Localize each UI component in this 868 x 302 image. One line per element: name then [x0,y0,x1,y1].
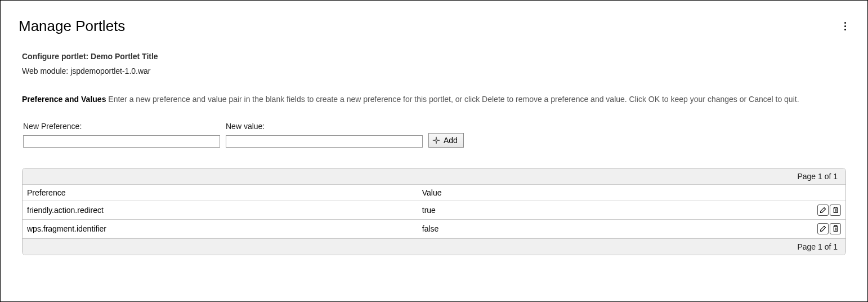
pref-cell: wps.fragment.identifier [23,219,418,238]
new-preference-form: New Preference: New value: Add [22,122,846,148]
trash-icon [832,225,839,232]
panel-content: Configure portlet: Demo Portlet Title We… [19,52,849,255]
pref-cell: friendly.action.redirect [23,201,418,219]
delete-button[interactable] [830,223,841,234]
value-cell: false [418,219,806,238]
configure-portlet-heading: Configure portlet: Demo Portlet Title [22,52,846,61]
value-cell: true [418,201,806,219]
table-row: friendly.action.redirecttrue [23,201,845,219]
pager-top: Page 1 of 1 [23,168,845,185]
page-title: Manage Portlets [19,17,125,35]
pencil-icon [820,225,827,232]
trash-icon [832,206,839,214]
web-module-prefix: Web module: [22,66,70,76]
add-button-label: Add [444,136,458,145]
actions-cell [806,219,845,238]
pencil-icon [820,206,827,214]
delete-button[interactable] [830,205,841,216]
web-module-value: jspdemoportlet-1.0.war [70,66,150,76]
new-value-field: New value: [226,122,423,148]
edit-button[interactable] [817,205,829,216]
edit-button[interactable] [817,223,829,234]
col-header-actions [806,185,845,201]
configure-portlet-title: Demo Portlet Title [91,52,158,61]
table-row: wps.fragment.identifierfalse [23,219,845,238]
col-header-value: Value [418,185,806,201]
pager-bottom: Page 1 of 1 [23,238,845,255]
manage-portlets-panel: Manage Portlets Configure portlet: Demo … [0,0,868,302]
preferences-table: Preference Value friendly.action.redirec… [23,185,845,238]
more-actions-menu[interactable] [841,19,849,34]
new-value-input[interactable] [226,135,423,148]
configure-label-prefix: Configure portlet: [22,52,91,61]
new-value-label: New value: [226,122,423,131]
col-header-preference: Preference [23,185,418,201]
panel-header: Manage Portlets [19,17,849,35]
add-sparkle-icon [432,136,440,144]
new-preference-input[interactable] [23,135,220,148]
instructions-heading: Preference and Values [22,95,106,104]
table-header-row: Preference Value [23,185,845,201]
instructions-text: Preference and Values Enter a new prefer… [22,94,846,106]
web-module-line: Web module: jspdemoportlet-1.0.war [22,66,846,76]
instructions-body: Enter a new preference and value pair in… [108,95,799,104]
new-preference-label: New Preference: [23,122,220,131]
actions-cell [806,201,845,219]
add-button[interactable]: Add [428,133,464,148]
preferences-table-container: Page 1 of 1 Preference Value friendly.ac… [22,168,846,255]
new-preference-field: New Preference: [23,122,220,148]
